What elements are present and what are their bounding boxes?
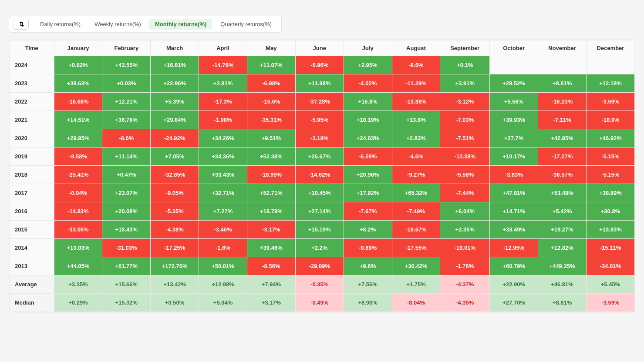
value-cell: +39.93%	[490, 111, 538, 129]
value-cell: +0.47%	[102, 166, 151, 184]
table-row: 2023+39.63%+0.03%+22.96%+2.81%-6.98%+11.…	[10, 74, 635, 93]
value-cell: +23.07%	[102, 184, 151, 202]
tab-weekly[interactable]: Weekly returns(%)	[88, 19, 147, 30]
year-cell: 2017	[10, 184, 54, 202]
average-row: Average+3.35%+15.66%+13.42%+12.98%+7.94%…	[10, 275, 635, 294]
value-cell: +9.51%	[247, 129, 295, 147]
value-cell: -14.83%	[54, 202, 102, 221]
value-cell: -7.67%	[344, 202, 392, 221]
table-row: 2016-14.83%+20.08%-5.35%+7.27%+18.78%+27…	[10, 202, 635, 221]
value-cell: +18.43%	[102, 221, 151, 239]
value-cell: -1.98%	[199, 111, 247, 129]
tab-daily[interactable]: Daily returns(%)	[34, 19, 87, 30]
value-cell: +2.81%	[199, 74, 247, 93]
tab-monthly[interactable]: Monthly returns(%)	[149, 19, 212, 30]
average-cell: +22.90%	[490, 275, 538, 294]
value-cell: +52.38%	[247, 147, 295, 166]
average-cell: +12.98%	[199, 275, 247, 294]
returns-table: TimeJanuaryFebruaryMarchAprilMayJuneJuly…	[9, 40, 635, 312]
value-cell: +19.27%	[538, 221, 587, 239]
year-cell: 2014	[10, 239, 54, 257]
value-cell: +22.96%	[151, 74, 199, 93]
value-cell: +14.51%	[54, 111, 102, 129]
value-cell: +11.14%	[102, 147, 151, 166]
value-cell: +0.03%	[102, 74, 151, 93]
value-cell	[586, 56, 634, 74]
value-cell: +47.81%	[490, 184, 538, 202]
value-cell: +65.32%	[392, 184, 440, 202]
value-cell: +2.35%	[440, 221, 490, 239]
value-cell: +32.71%	[199, 184, 247, 202]
year-cell: 2024	[10, 56, 54, 74]
value-cell: +29.95%	[54, 129, 102, 147]
value-cell: -16.23%	[538, 93, 587, 111]
value-cell: -3.83%	[490, 166, 538, 184]
value-cell: +10.45%	[295, 184, 344, 202]
value-cell: +28.52%	[490, 74, 538, 93]
value-cell: -5.15%	[586, 166, 634, 184]
col-header-july: July	[344, 40, 392, 56]
toolbar: ⇅ Daily returns(%) Weekly returns(%) Mon…	[9, 16, 282, 33]
value-cell: -8.56%	[247, 257, 295, 275]
col-header-february: February	[102, 40, 151, 56]
value-cell: +61.77%	[102, 257, 151, 275]
col-header-august: August	[392, 40, 440, 56]
value-cell: -15.6%	[247, 93, 295, 111]
value-cell: -12.95%	[490, 239, 538, 257]
value-cell: -11.29%	[392, 74, 440, 93]
value-cell: +10.17%	[490, 147, 538, 166]
returns-table-wrapper: TimeJanuaryFebruaryMarchAprilMayJuneJuly…	[9, 40, 635, 312]
value-cell: -18.99%	[247, 166, 295, 184]
value-cell: +11.07%	[247, 56, 295, 74]
median-cell: +5.04%	[199, 294, 247, 312]
table-row: 2018-25.41%+0.47%-32.85%+33.43%-18.99%-1…	[10, 166, 635, 184]
value-cell: -1.76%	[440, 257, 490, 275]
average-label: Average	[10, 275, 54, 294]
value-cell: -3.17%	[247, 221, 295, 239]
value-cell: +2.2%	[295, 239, 344, 257]
value-cell: -5.35%	[151, 202, 199, 221]
year-cell: 2021	[10, 111, 54, 129]
value-cell: +39.46%	[247, 239, 295, 257]
value-cell: -9.27%	[392, 166, 440, 184]
value-cell: -14.76%	[199, 56, 247, 74]
value-cell: -37.28%	[295, 93, 344, 111]
btc-selector[interactable]: ⇅	[13, 19, 29, 30]
value-cell: -7.51%	[440, 129, 490, 147]
median-cell: -0.49%	[295, 294, 344, 312]
col-header-april: April	[199, 40, 247, 56]
value-cell: +13.83%	[586, 221, 634, 239]
value-cell: -3.59%	[586, 93, 634, 111]
value-cell: +15.19%	[295, 221, 344, 239]
value-cell: +33.49%	[490, 221, 538, 239]
median-cell: -3.59%	[586, 294, 634, 312]
value-cell: -9.05%	[151, 184, 199, 202]
average-cell: +7.56%	[344, 275, 392, 294]
table-row: 2015-33.05%+18.43%-4.38%-3.46%-3.17%+15.…	[10, 221, 635, 239]
value-cell: +7.05%	[151, 147, 199, 166]
median-cell: +3.17%	[247, 294, 295, 312]
value-cell: +17.92%	[344, 184, 392, 202]
value-cell: +5.42%	[538, 202, 587, 221]
value-cell: -5.95%	[295, 111, 344, 129]
value-cell: +24.03%	[344, 129, 392, 147]
table-row: 2019-8.58%+11.14%+7.05%+34.36%+52.38%+26…	[10, 147, 635, 166]
table-row: 2022-16.68%+12.21%+5.39%-17.3%-15.6%-37.…	[10, 93, 635, 111]
value-cell: +39.63%	[54, 74, 102, 93]
col-header-december: December	[586, 40, 634, 56]
col-header-time: Time	[10, 40, 54, 56]
value-cell: -13.88%	[392, 93, 440, 111]
table-row: 2013+44.05%+61.77%+172.76%+50.01%-8.56%-…	[10, 257, 635, 275]
average-cell: -4.37%	[440, 275, 490, 294]
average-cell: +15.66%	[102, 275, 151, 294]
value-cell: -15.11%	[586, 239, 634, 257]
value-cell: +27.14%	[295, 202, 344, 221]
value-cell: -32.85%	[151, 166, 199, 184]
col-header-october: October	[490, 40, 538, 56]
tab-quarterly[interactable]: Quarterly returns(%)	[214, 19, 278, 30]
value-cell: -16.68%	[54, 93, 102, 111]
col-header-september: September	[440, 40, 490, 56]
value-cell: +0.1%	[440, 56, 490, 74]
value-cell: -19.01%	[440, 239, 490, 257]
median-cell: +15.32%	[102, 294, 151, 312]
